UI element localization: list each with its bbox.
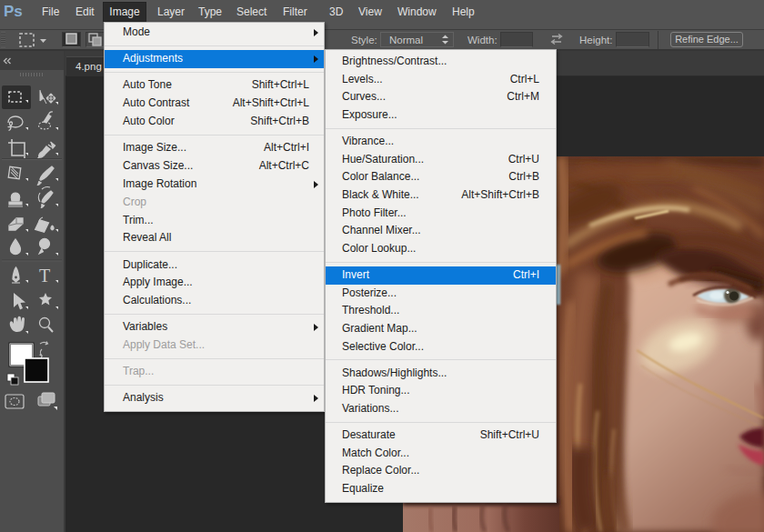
svg-text:T: T bbox=[39, 266, 50, 286]
